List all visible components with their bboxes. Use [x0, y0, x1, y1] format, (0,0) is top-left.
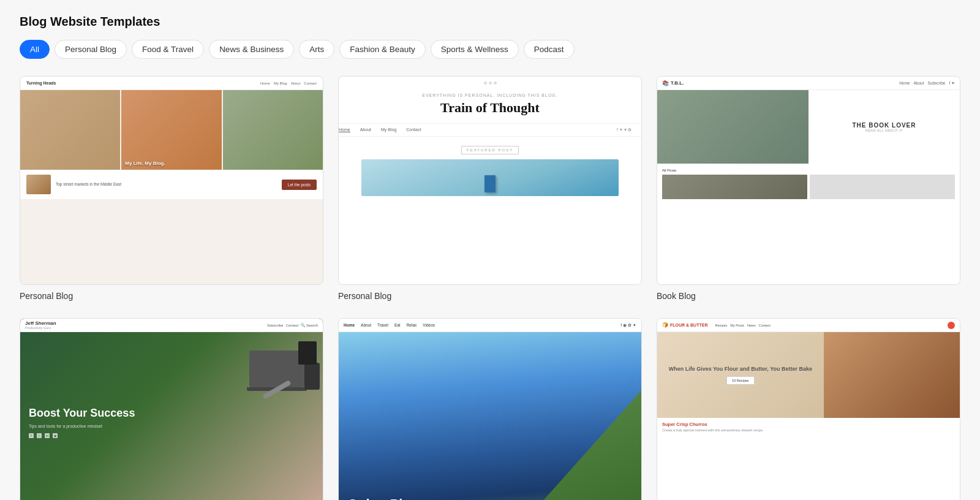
- template-card[interactable]: Everything is personal. Including this b…: [338, 76, 642, 301]
- preview-hero-title: When Life Gives You Flour and Butter, Yo…: [669, 365, 812, 373]
- template-preview: Turning Heads Home My Blog About Contact…: [20, 76, 323, 285]
- preview-hero-right: THE BOOK LOVER Read All About It: [809, 90, 960, 164]
- preview-hero-text: My Life. My Blog.: [125, 161, 165, 166]
- template-preview: 📚 T.B.L. Home About Subscribe f ✦ THE BO…: [657, 76, 960, 285]
- filter-arts[interactable]: Arts: [299, 40, 334, 59]
- preview-image-1: [20, 90, 120, 170]
- preview-hero-sub: Tips and tools for a productive mindset: [29, 424, 314, 428]
- preview-big-title: Train of Thought: [351, 100, 629, 116]
- preview-nav: 📚 T.B.L. Home About Subscribe f ✦: [657, 77, 960, 90]
- filter-food-travel[interactable]: Food & Travel: [132, 40, 204, 59]
- preview-nav: Home About Travel Eat Relax Videos f ◉ ✿…: [339, 319, 641, 332]
- filter-bar: All Personal Blog Food & Travel News & B…: [20, 40, 960, 59]
- preview-logo: Turning Heads: [26, 81, 56, 85]
- filter-personal-blog[interactable]: Personal Blog: [55, 40, 127, 59]
- preview-cliff: [520, 390, 641, 500]
- preview-hero-image: [657, 90, 809, 164]
- filter-fashion-beauty[interactable]: Fashion & Beauty: [339, 40, 426, 59]
- preview-phone-icon: [304, 363, 320, 390]
- preview-logo: Jeff Sherman: [25, 320, 56, 326]
- preview-post-text: Create a truly special moment with this …: [662, 428, 955, 433]
- preview-book-icon: [484, 175, 496, 192]
- preview-image-3: [223, 90, 323, 170]
- preview-bottom: Super Crisp Churros Create a truly speci…: [657, 418, 960, 437]
- preview-hero: When Life Gives You Flour and Butter, Yo…: [657, 332, 960, 418]
- page-title: Blog Website Templates: [20, 15, 960, 29]
- preview-hero-title: THE BOOK LOVER: [852, 122, 916, 129]
- preview-featured: Featured Post: [361, 143, 619, 196]
- preview-nav-links: Home My Blog About Contact: [260, 81, 317, 85]
- preview-nav-btns: Subscribe Contact 🔍 Search: [267, 323, 318, 327]
- preview-bottom: Top street markets in the Middle East Le…: [20, 170, 323, 199]
- filter-news-business[interactable]: News & Business: [209, 40, 294, 59]
- template-preview: 🍞 FLOUR & BUTTER Recipes My Posts News C…: [657, 318, 960, 500]
- preview-post-1: [662, 175, 807, 199]
- preview-logo: 📚 T.B.L.: [662, 80, 684, 86]
- preview-hero: THE BOOK LOVER Read All About It: [657, 90, 960, 164]
- template-label: Personal Blog: [338, 291, 642, 301]
- preview-dots: [484, 77, 497, 88]
- preview-hero-left: When Life Gives You Flour and Butter, Yo…: [657, 332, 824, 418]
- template-preview: Jeff Sherman Productivity Guru Subscribe…: [20, 318, 323, 500]
- template-label: Personal Blog: [20, 291, 323, 301]
- filter-sports-wellness[interactable]: Sports & Wellness: [431, 40, 519, 59]
- preview-nav-links: Home About Subscribe f ✦: [899, 81, 955, 86]
- preview-cta-btn: Let the posts: [282, 180, 317, 190]
- preview-posts-label: All Posts: [662, 169, 955, 172]
- templates-grid: Turning Heads Home My Blog About Contact…: [20, 76, 960, 500]
- preview-nav: 🍞 FLOUR & BUTTER Recipes My Posts News C…: [657, 319, 960, 332]
- template-preview: Home About Travel Eat Relax Videos f ◉ ✿…: [338, 318, 642, 500]
- preview-hero-sub: Read All About It: [852, 129, 916, 132]
- preview-hero-title: Boost Your Success: [29, 407, 314, 420]
- template-preview: Everything is personal. Including this b…: [338, 76, 642, 285]
- template-card[interactable]: Home About Travel Eat Relax Videos f ◉ ✿…: [338, 318, 642, 500]
- preview-post-2: [810, 175, 955, 199]
- preview-logo: 🍞 FLOUR & BUTTER: [662, 322, 707, 328]
- template-card[interactable]: Turning Heads Home My Blog About Contact…: [20, 76, 323, 301]
- preview-bag-icon: [298, 341, 317, 365]
- preview-image-2: My Life. My Blog.: [121, 90, 221, 170]
- template-card[interactable]: Jeff Sherman Productivity Guru Subscribe…: [20, 318, 323, 500]
- preview-nav: Jeff Sherman Productivity Guru Subscribe…: [20, 319, 323, 332]
- template-label: Book Blog: [657, 291, 960, 301]
- preview-title-area: Everything is personal. Including this b…: [339, 88, 641, 124]
- preview-images: My Life. My Blog.: [20, 90, 323, 170]
- preview-sub: Everything is personal. Including this b…: [351, 93, 629, 97]
- preview-post-title: Super Crisp Churros: [662, 422, 955, 427]
- preview-social-icons: f t in ◉: [29, 433, 314, 438]
- preview-nav: Home About My Blog Contact f ✦ ♥ ✿: [339, 124, 641, 137]
- template-card[interactable]: 🍞 FLOUR & BUTTER Recipes My Posts News C…: [657, 318, 960, 500]
- preview-hero-btn: 10 Recipes: [726, 376, 755, 385]
- preview-devices: [231, 338, 323, 412]
- filter-podcast[interactable]: Podcast: [524, 40, 575, 59]
- preview-nav: Turning Heads Home My Blog About Contact: [20, 77, 323, 90]
- preview-hero-title: Going Places: [347, 496, 432, 500]
- preview-logo-sub: Productivity Guru: [25, 326, 56, 330]
- preview-avatar: [948, 322, 955, 329]
- preview-nav-links: Recipes My Posts News Contact: [715, 324, 770, 327]
- preview-featured-label: Featured Post: [461, 146, 519, 154]
- preview-thumb: [26, 175, 51, 194]
- preview-bottom: All Posts: [657, 164, 960, 204]
- template-card[interactable]: 📚 T.B.L. Home About Subscribe f ✦ THE BO…: [657, 76, 960, 301]
- preview-post-text: Top street markets in the Middle East: [56, 181, 277, 188]
- preview-posts: [662, 175, 955, 199]
- preview-featured-image: [361, 159, 619, 196]
- preview-laptop-icon: [249, 350, 304, 387]
- preview-hero: Boost Your Success Tips and tools for a …: [20, 332, 323, 500]
- preview-hero-image: [824, 332, 960, 418]
- preview-hero: Going Places I haven't been everywhere, …: [339, 332, 641, 500]
- filter-all[interactable]: All: [20, 40, 50, 59]
